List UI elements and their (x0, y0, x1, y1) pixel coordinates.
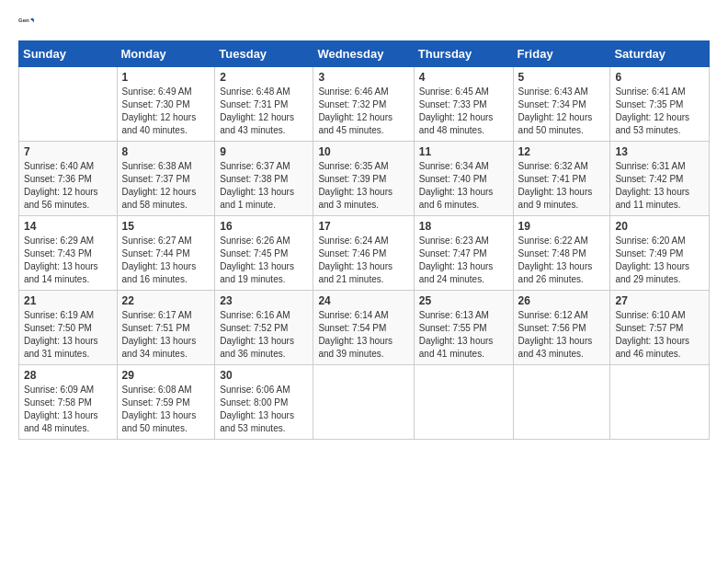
calendar-cell: 9Sunrise: 6:37 AM Sunset: 7:38 PM Daylig… (215, 142, 313, 216)
calendar-cell: 17Sunrise: 6:24 AM Sunset: 7:46 PM Dayli… (313, 216, 414, 291)
week-row-2: 7Sunrise: 6:40 AM Sunset: 7:36 PM Daylig… (19, 142, 710, 216)
calendar-cell: 12Sunrise: 6:32 AM Sunset: 7:41 PM Dayli… (513, 142, 610, 216)
day-number: 7 (24, 145, 112, 158)
weekday-header-wednesday: Wednesday (313, 41, 414, 67)
weekday-header-sunday: Sunday (19, 41, 118, 67)
weekday-header-saturday: Saturday (610, 41, 710, 67)
day-number: 10 (318, 145, 408, 158)
day-info: Sunrise: 6:48 AM Sunset: 7:31 PM Dayligh… (220, 86, 308, 137)
day-info: Sunrise: 6:10 AM Sunset: 7:57 PM Dayligh… (615, 309, 704, 361)
day-number: 1 (122, 71, 210, 84)
calendar-cell: 1Sunrise: 6:49 AM Sunset: 7:30 PM Daylig… (117, 67, 215, 142)
day-number: 15 (122, 220, 210, 233)
day-info: Sunrise: 6:29 AM Sunset: 7:43 PM Dayligh… (24, 235, 112, 286)
day-number: 9 (220, 145, 308, 158)
day-number: 16 (220, 220, 308, 233)
day-info: Sunrise: 6:17 AM Sunset: 7:51 PM Dayligh… (122, 309, 210, 361)
day-info: Sunrise: 6:37 AM Sunset: 7:38 PM Dayligh… (220, 160, 308, 212)
calendar-cell: 30Sunrise: 6:06 AM Sunset: 8:00 PM Dayli… (215, 365, 313, 440)
calendar-cell: 3Sunrise: 6:46 AM Sunset: 7:32 PM Daylig… (313, 67, 414, 142)
calendar-cell: 19Sunrise: 6:22 AM Sunset: 7:48 PM Dayli… (513, 216, 610, 291)
day-number: 8 (122, 145, 210, 158)
week-row-1: 1Sunrise: 6:49 AM Sunset: 7:30 PM Daylig… (19, 67, 710, 142)
day-info: Sunrise: 6:16 AM Sunset: 7:52 PM Dayligh… (220, 309, 308, 361)
day-info: Sunrise: 6:38 AM Sunset: 7:37 PM Dayligh… (122, 160, 210, 212)
calendar-cell: 25Sunrise: 6:13 AM Sunset: 7:55 PM Dayli… (414, 291, 513, 365)
weekday-header-tuesday: Tuesday (215, 41, 313, 67)
day-number: 18 (419, 220, 508, 233)
week-row-5: 28Sunrise: 6:09 AM Sunset: 7:58 PM Dayli… (19, 365, 710, 440)
calendar-cell (313, 365, 414, 440)
calendar-cell: 5Sunrise: 6:43 AM Sunset: 7:34 PM Daylig… (513, 67, 610, 142)
svg-text:Gen: Gen (18, 17, 29, 23)
calendar-cell: 22Sunrise: 6:17 AM Sunset: 7:51 PM Dayli… (117, 291, 215, 365)
calendar-cell (19, 67, 118, 142)
weekday-header-friday: Friday (513, 41, 610, 67)
weekday-header-row: SundayMondayTuesdayWednesdayThursdayFrid… (19, 41, 710, 67)
day-info: Sunrise: 6:19 AM Sunset: 7:50 PM Dayligh… (24, 309, 112, 361)
day-number: 14 (24, 220, 112, 233)
calendar-cell: 11Sunrise: 6:34 AM Sunset: 7:40 PM Dayli… (414, 142, 513, 216)
calendar-cell: 13Sunrise: 6:31 AM Sunset: 7:42 PM Dayli… (610, 142, 710, 216)
day-info: Sunrise: 6:43 AM Sunset: 7:34 PM Dayligh… (518, 86, 606, 137)
calendar-cell: 18Sunrise: 6:23 AM Sunset: 7:47 PM Dayli… (414, 216, 513, 291)
day-info: Sunrise: 6:09 AM Sunset: 7:58 PM Dayligh… (24, 384, 112, 435)
header: Gen (18, 15, 710, 31)
calendar-cell (513, 365, 610, 440)
calendar-cell: 26Sunrise: 6:12 AM Sunset: 7:56 PM Dayli… (513, 291, 610, 365)
calendar-cell: 20Sunrise: 6:20 AM Sunset: 7:49 PM Dayli… (610, 216, 710, 291)
day-info: Sunrise: 6:35 AM Sunset: 7:39 PM Dayligh… (318, 160, 408, 212)
day-info: Sunrise: 6:27 AM Sunset: 7:44 PM Dayligh… (122, 235, 210, 286)
logo-icon: Gen (18, 15, 35, 31)
day-info: Sunrise: 6:23 AM Sunset: 7:47 PM Dayligh… (419, 235, 508, 286)
calendar-cell: 21Sunrise: 6:19 AM Sunset: 7:50 PM Dayli… (19, 291, 118, 365)
day-info: Sunrise: 6:46 AM Sunset: 7:32 PM Dayligh… (318, 86, 408, 137)
day-number: 19 (518, 220, 606, 233)
day-info: Sunrise: 6:20 AM Sunset: 7:49 PM Dayligh… (615, 235, 704, 286)
page: Gen SundayMondayTuesdayWednesdayThursday… (0, 0, 728, 563)
day-info: Sunrise: 6:45 AM Sunset: 7:33 PM Dayligh… (419, 86, 508, 137)
day-info: Sunrise: 6:24 AM Sunset: 7:46 PM Dayligh… (318, 235, 408, 286)
day-info: Sunrise: 6:41 AM Sunset: 7:35 PM Dayligh… (615, 86, 704, 137)
day-number: 22 (122, 294, 210, 307)
weekday-header-monday: Monday (117, 41, 215, 67)
day-number: 13 (615, 145, 704, 158)
day-number: 27 (615, 294, 704, 307)
calendar-cell: 8Sunrise: 6:38 AM Sunset: 7:37 PM Daylig… (117, 142, 215, 216)
day-number: 12 (518, 145, 606, 158)
day-number: 25 (419, 294, 508, 307)
logo: Gen (18, 15, 37, 31)
day-number: 28 (24, 369, 112, 382)
calendar-cell: 4Sunrise: 6:45 AM Sunset: 7:33 PM Daylig… (414, 67, 513, 142)
day-number: 11 (419, 145, 508, 158)
day-number: 4 (419, 71, 508, 84)
day-number: 21 (24, 294, 112, 307)
day-number: 20 (615, 220, 704, 233)
calendar-cell (414, 365, 513, 440)
day-info: Sunrise: 6:26 AM Sunset: 7:45 PM Dayligh… (220, 235, 308, 286)
calendar-cell: 27Sunrise: 6:10 AM Sunset: 7:57 PM Dayli… (610, 291, 710, 365)
week-row-3: 14Sunrise: 6:29 AM Sunset: 7:43 PM Dayli… (19, 216, 710, 291)
calendar-cell: 28Sunrise: 6:09 AM Sunset: 7:58 PM Dayli… (19, 365, 118, 440)
day-info: Sunrise: 6:12 AM Sunset: 7:56 PM Dayligh… (518, 309, 606, 361)
calendar-cell: 15Sunrise: 6:27 AM Sunset: 7:44 PM Dayli… (117, 216, 215, 291)
day-number: 24 (318, 294, 408, 307)
calendar-table: SundayMondayTuesdayWednesdayThursdayFrid… (18, 40, 710, 440)
calendar-cell: 7Sunrise: 6:40 AM Sunset: 7:36 PM Daylig… (19, 142, 118, 216)
day-info: Sunrise: 6:32 AM Sunset: 7:41 PM Dayligh… (518, 160, 606, 212)
calendar-cell: 24Sunrise: 6:14 AM Sunset: 7:54 PM Dayli… (313, 291, 414, 365)
calendar-cell (610, 365, 710, 440)
calendar-cell: 2Sunrise: 6:48 AM Sunset: 7:31 PM Daylig… (215, 67, 313, 142)
calendar-cell: 29Sunrise: 6:08 AM Sunset: 7:59 PM Dayli… (117, 365, 215, 440)
calendar-cell: 14Sunrise: 6:29 AM Sunset: 7:43 PM Dayli… (19, 216, 118, 291)
day-info: Sunrise: 6:08 AM Sunset: 7:59 PM Dayligh… (122, 384, 210, 435)
day-info: Sunrise: 6:34 AM Sunset: 7:40 PM Dayligh… (419, 160, 508, 212)
day-info: Sunrise: 6:40 AM Sunset: 7:36 PM Dayligh… (24, 160, 112, 212)
day-info: Sunrise: 6:31 AM Sunset: 7:42 PM Dayligh… (615, 160, 704, 212)
week-row-4: 21Sunrise: 6:19 AM Sunset: 7:50 PM Dayli… (19, 291, 710, 365)
day-number: 2 (220, 71, 308, 84)
day-info: Sunrise: 6:06 AM Sunset: 8:00 PM Dayligh… (220, 384, 308, 435)
day-number: 6 (615, 71, 704, 84)
calendar-cell: 10Sunrise: 6:35 AM Sunset: 7:39 PM Dayli… (313, 142, 414, 216)
calendar-cell: 23Sunrise: 6:16 AM Sunset: 7:52 PM Dayli… (215, 291, 313, 365)
